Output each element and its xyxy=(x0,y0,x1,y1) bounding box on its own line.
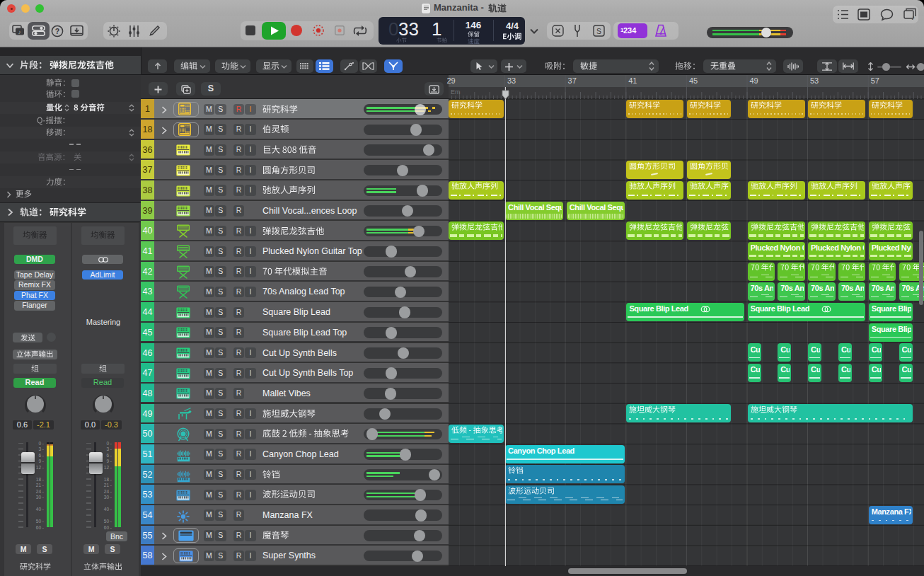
svg-text:S: S xyxy=(596,27,601,35)
svg-text:?: ? xyxy=(55,27,59,35)
svg-text:♪: ♪ xyxy=(18,29,21,35)
svg-text:♪: ♪ xyxy=(911,13,915,21)
